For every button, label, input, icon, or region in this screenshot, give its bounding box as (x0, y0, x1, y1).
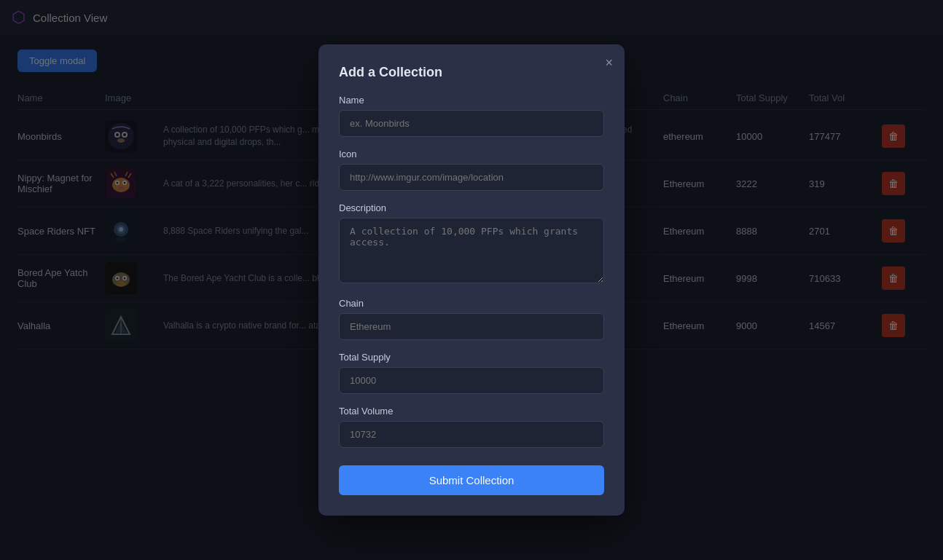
description-input[interactable] (339, 218, 604, 283)
modal-title: Add a Collection (339, 65, 604, 80)
name-label: Name (339, 95, 604, 106)
name-field-group: Name (339, 95, 604, 137)
modal-overlay: Add a Collection × Name Icon Description… (0, 0, 943, 560)
icon-label: Icon (339, 149, 604, 159)
description-field-group: Description (339, 202, 604, 286)
chain-field-group: Chain (339, 298, 604, 340)
total-volume-field-group: Total Volume (339, 406, 604, 448)
total-volume-label: Total Volume (339, 406, 604, 417)
total-supply-field-group: Total Supply (339, 352, 604, 394)
icon-input[interactable] (339, 164, 604, 191)
name-input[interactable] (339, 110, 604, 137)
submit-collection-button[interactable]: Submit Collection (339, 465, 604, 495)
chain-label: Chain (339, 298, 604, 309)
add-collection-modal: Add a Collection × Name Icon Description… (318, 44, 625, 516)
chain-input[interactable] (339, 313, 604, 340)
icon-field-group: Icon (339, 149, 604, 191)
total-supply-label: Total Supply (339, 352, 604, 363)
total-volume-input[interactable] (339, 421, 604, 448)
close-modal-button[interactable]: × (605, 56, 613, 69)
description-label: Description (339, 202, 604, 213)
total-supply-input[interactable] (339, 367, 604, 394)
